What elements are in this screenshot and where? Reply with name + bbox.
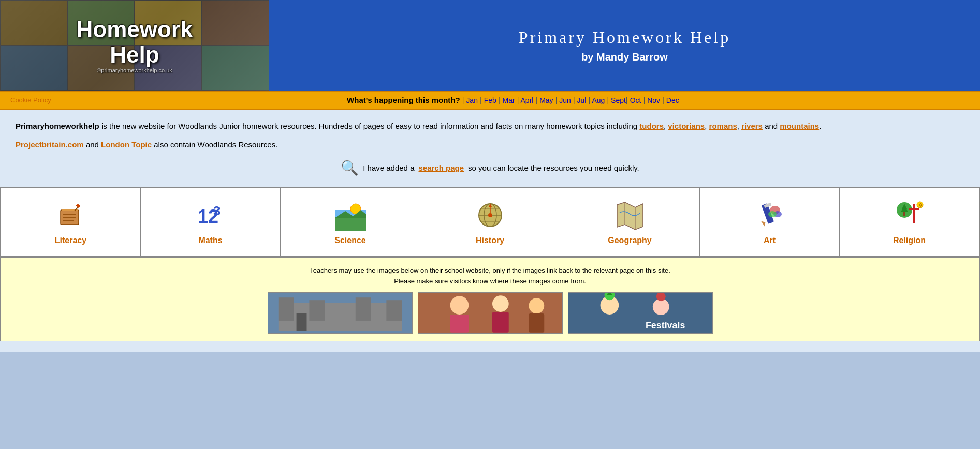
site-subtitle: by Mandy Barrow — [581, 51, 668, 63]
svg-rect-44 — [296, 313, 306, 331]
navbar: Cookie Policy What's happening this mont… — [0, 91, 980, 110]
bottom-notice-1: Teachers may use the images below on the… — [9, 265, 971, 276]
subject-grid-wrapper: Literacy 12 3 Maths — [0, 187, 980, 257]
svg-rect-47 — [450, 315, 469, 333]
svg-point-50 — [529, 298, 544, 313]
also-text: also contain Woodlands Resources. — [154, 140, 277, 149]
projectbritain-paragraph: Projectbritain.com and London Topic also… — [16, 140, 964, 149]
svg-rect-40 — [278, 297, 294, 321]
art-icon — [754, 198, 785, 232]
intro-description: is the new website for Woodlands Junior … — [101, 122, 639, 130]
month-aug[interactable]: Aug — [592, 96, 605, 104]
religion-label: Religion — [893, 236, 926, 245]
maths-label: Maths — [198, 236, 222, 245]
festival-image: Festivals — [568, 292, 713, 334]
svg-rect-41 — [309, 300, 325, 321]
svg-text:✡: ✡ — [918, 202, 923, 208]
subject-history[interactable]: History — [420, 188, 560, 256]
logo-copyright: ©primaryhomeworkhelp.co.uk — [77, 67, 193, 73]
month-may[interactable]: May — [539, 96, 553, 104]
tudors-link[interactable]: tudors — [639, 122, 664, 130]
geography-label: Geography — [608, 236, 651, 245]
projectbritain-link[interactable]: Projectbritain.com — [16, 140, 84, 149]
rivers-link[interactable]: rivers — [741, 122, 763, 130]
bottom-section: Teachers may use the images below on the… — [0, 257, 980, 341]
science-label: Science — [334, 236, 365, 245]
cookie-policy-link[interactable]: Cookie Policy — [10, 96, 51, 104]
month-mar[interactable]: Mar — [502, 96, 515, 104]
history-icon — [475, 198, 506, 232]
svg-rect-49 — [492, 312, 508, 333]
maths-icon: 12 3 — [195, 198, 226, 232]
month-dec[interactable]: Dec — [666, 96, 679, 104]
bottom-images: Festivals — [9, 292, 971, 334]
science-icon — [335, 198, 366, 232]
header-title-area: Primary Homework Help by Mandy Barrow — [269, 0, 980, 91]
art-label: Art — [764, 236, 776, 245]
search-magnifier-icon: 🔍 — [341, 159, 359, 176]
search-text-before: I have added a — [363, 163, 414, 172]
month-apr[interactable]: Aprl — [521, 96, 534, 104]
month-nov[interactable]: Nov — [647, 96, 660, 104]
month-oct[interactable]: Oct — [630, 96, 641, 104]
search-section: 🔍 I have added a search page so you can … — [16, 159, 964, 176]
literacy-icon — [55, 198, 86, 232]
history-label: History — [476, 236, 504, 245]
svg-rect-51 — [529, 313, 544, 333]
subject-grid: Literacy 12 3 Maths — [1, 188, 979, 256]
svg-marker-21 — [617, 202, 643, 230]
svg-point-57 — [656, 292, 665, 301]
site-title: Primary Homework Help — [519, 28, 730, 47]
castle-image — [268, 292, 413, 334]
svg-rect-9 — [335, 218, 366, 231]
main-content: Primaryhomeworkhelp is the new website f… — [0, 110, 980, 352]
logo-title: Homework Help — [77, 17, 193, 67]
subject-maths[interactable]: 12 3 Maths — [141, 188, 281, 256]
svg-point-48 — [492, 295, 508, 312]
svg-rect-33 — [903, 212, 905, 216]
victorians-link[interactable]: victorians — [668, 122, 705, 130]
search-page-link[interactable]: search page — [418, 163, 464, 172]
intro-paragraph: Primaryhomeworkhelp is the new website f… — [16, 120, 964, 132]
svg-rect-52 — [568, 292, 712, 333]
svg-point-18 — [488, 213, 492, 217]
people-image — [418, 292, 563, 334]
bottom-notice-2: Please make sure visitors know where the… — [9, 276, 971, 287]
month-sept[interactable]: Sept — [611, 96, 626, 104]
month-jun[interactable]: Jun — [559, 96, 571, 104]
site-name: Primaryhomeworkhelp — [16, 122, 99, 130]
month-jan[interactable]: Jan — [466, 96, 478, 104]
logo-area: Homework Help ©primaryhomeworkhelp.co.uk — [0, 0, 269, 91]
header: Homework Help ©primaryhomeworkhelp.co.uk… — [0, 0, 980, 91]
romans-link[interactable]: romans — [709, 122, 737, 130]
svg-point-29 — [768, 211, 777, 217]
svg-marker-25 — [761, 219, 767, 227]
month-jul[interactable]: Jul — [577, 96, 587, 104]
svg-rect-43 — [386, 300, 402, 321]
subject-art[interactable]: Art — [700, 188, 840, 256]
month-navigation: What's happening this month? | Jan | Feb… — [56, 96, 970, 104]
london-topic-link[interactable]: London Topic — [101, 140, 152, 149]
subject-science[interactable]: Science — [281, 188, 420, 256]
subject-religion[interactable]: ✡ Religion — [840, 188, 979, 256]
subject-geography[interactable]: Geography — [560, 188, 700, 256]
svg-marker-5 — [75, 203, 80, 208]
search-text-after: so you can locate the resources you need… — [468, 163, 639, 172]
svg-point-46 — [450, 296, 469, 315]
literacy-label: Literacy — [55, 236, 86, 245]
geography-icon — [615, 198, 646, 232]
month-feb[interactable]: Feb — [484, 96, 496, 104]
svg-rect-42 — [355, 297, 371, 321]
religion-icon: ✡ — [894, 198, 925, 232]
subject-literacy[interactable]: Literacy — [1, 188, 141, 256]
mountains-link[interactable]: mountains — [780, 122, 819, 130]
svg-text:3: 3 — [213, 204, 220, 218]
month-label: What's happening this month? — [347, 96, 460, 104]
svg-text:Festivals: Festivals — [645, 320, 685, 330]
